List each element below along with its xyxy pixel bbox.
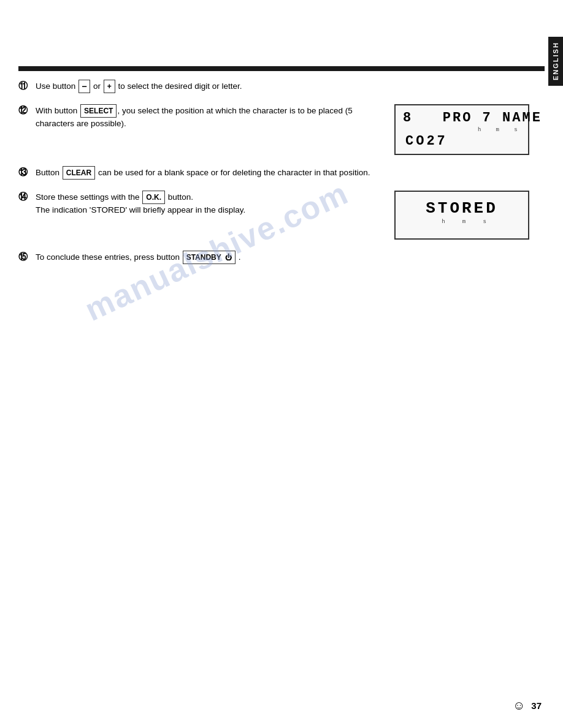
smiley-icon: ☺ xyxy=(513,699,525,713)
item-number-11: ⑪ xyxy=(18,80,36,92)
item-text-12: With button SELECT, you select the posit… xyxy=(36,104,382,130)
language-tab: ENGLISH xyxy=(548,37,563,86)
instruction-15: ⑮ To conclude these entries, press butto… xyxy=(18,251,529,264)
page-footer: ☺ 37 xyxy=(513,699,542,713)
minus-button[interactable]: — xyxy=(79,80,90,93)
main-content: ⑪ Use button — or + to select the desire… xyxy=(18,80,529,691)
standby-button[interactable]: STANDBY ⏻ xyxy=(183,251,236,264)
stored-hms-labels: h m s xyxy=(409,219,521,225)
item-content-11: Use button — or + to select the desired … xyxy=(36,80,529,93)
item-content-14: Store these settings with the O.K. butto… xyxy=(36,191,529,240)
item-number-12: ⑫ xyxy=(18,104,36,116)
stored-text: STORED xyxy=(403,199,521,218)
display-name-entry: 8 PRO 7 NAME h m s CO27 xyxy=(394,104,529,155)
page-number: 37 xyxy=(531,700,542,711)
item-content-12: With button SELECT, you select the posit… xyxy=(36,104,529,155)
display-line2: CO27 xyxy=(405,134,521,149)
item-number-14: ⑭ xyxy=(18,191,36,203)
ok-button[interactable]: O.K. xyxy=(142,191,165,204)
power-icon: ⏻ xyxy=(225,252,232,263)
item-text-14: Store these settings with the O.K. butto… xyxy=(36,191,382,216)
clear-button[interactable]: CLEAR xyxy=(63,166,95,180)
display-stored: STORED h m s xyxy=(394,191,529,240)
select-button[interactable]: SELECT xyxy=(80,104,117,118)
instruction-12: ⑫ With button SELECT, you select the pos… xyxy=(18,104,529,155)
item-number-15: ⑮ xyxy=(18,251,36,263)
plus-button[interactable]: + xyxy=(104,80,115,93)
display-hms-labels: h m s xyxy=(404,127,521,133)
item-number-13: ⑬ xyxy=(18,166,36,178)
instruction-14: ⑭ Store these settings with the O.K. but… xyxy=(18,191,529,240)
instruction-13: ⑬ Button CLEAR can be used for a blank s… xyxy=(18,166,529,180)
top-bar xyxy=(18,66,545,71)
item-content-13: Button CLEAR can be used for a blank spa… xyxy=(36,166,529,180)
language-label: ENGLISH xyxy=(552,42,559,81)
instruction-11: ⑪ Use button — or + to select the desire… xyxy=(18,80,529,93)
display-line1: 8 PRO 7 NAME xyxy=(403,110,521,126)
item-content-15: To conclude these entries, press button … xyxy=(36,251,529,264)
